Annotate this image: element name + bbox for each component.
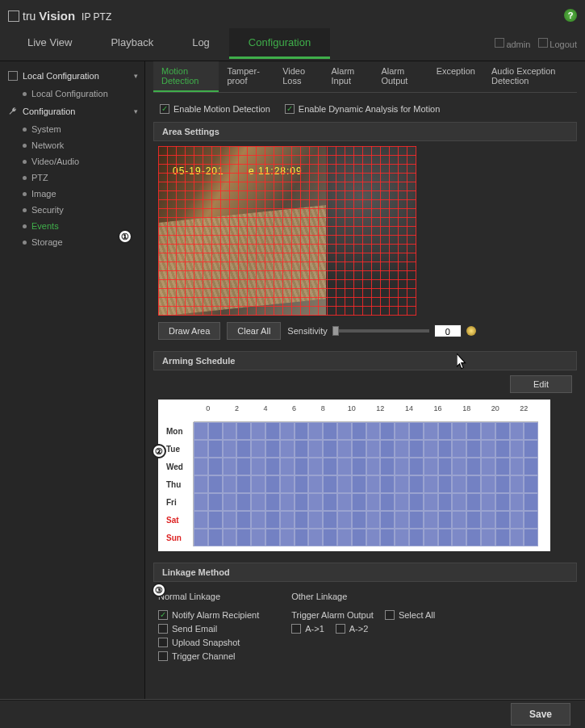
schedule-cell[interactable] xyxy=(481,422,495,440)
schedule-cell[interactable] xyxy=(510,440,524,458)
schedule-cell[interactable] xyxy=(409,422,424,440)
sensitivity-slider[interactable] xyxy=(332,329,429,333)
schedule-cell[interactable] xyxy=(208,475,223,493)
schedule-cell[interactable] xyxy=(337,493,352,511)
schedule-cell[interactable] xyxy=(280,440,295,458)
schedule-cell[interactable] xyxy=(481,475,495,493)
schedule-cell[interactable] xyxy=(337,458,352,475)
schedule-cell[interactable] xyxy=(366,511,381,529)
sidebar-group-configuration[interactable]: Configuration ▾ xyxy=(0,102,144,121)
schedule-cell[interactable] xyxy=(438,422,453,440)
schedule-cell[interactable] xyxy=(524,440,538,458)
schedule-cell[interactable] xyxy=(495,529,510,546)
schedule-cell[interactable] xyxy=(295,422,309,440)
arming-schedule-grid[interactable]: 0246810121416182022MonTueWedThuFriSatSun xyxy=(158,400,550,551)
schedule-cell[interactable] xyxy=(295,529,309,546)
schedule-cell[interactable] xyxy=(438,493,453,511)
schedule-cell[interactable] xyxy=(223,511,237,529)
schedule-cell[interactable] xyxy=(395,458,409,475)
schedule-cell[interactable] xyxy=(223,422,237,440)
tab-playback[interactable]: Playback xyxy=(91,28,173,59)
schedule-cell[interactable] xyxy=(265,511,280,529)
schedule-cell[interactable] xyxy=(352,529,366,546)
schedule-cell[interactable] xyxy=(366,475,381,493)
schedule-cell[interactable] xyxy=(208,529,223,546)
subtab-video-loss[interactable]: Video Loss xyxy=(274,61,323,92)
schedule-cell[interactable] xyxy=(524,493,538,511)
schedule-cell[interactable] xyxy=(295,511,309,529)
schedule-cell[interactable] xyxy=(438,440,453,458)
schedule-cell[interactable] xyxy=(194,529,208,546)
schedule-cell[interactable] xyxy=(323,529,337,546)
schedule-cell[interactable] xyxy=(438,529,453,546)
schedule-cell[interactable] xyxy=(366,493,381,511)
schedule-cell[interactable] xyxy=(236,422,251,440)
schedule-cell[interactable] xyxy=(366,458,381,475)
schedule-cell[interactable] xyxy=(352,440,366,458)
schedule-cell[interactable] xyxy=(352,475,366,493)
schedule-cell[interactable] xyxy=(280,529,295,546)
tab-configuration[interactable]: Configuration xyxy=(229,28,330,59)
schedule-cell[interactable] xyxy=(194,475,208,493)
subtab-audio-exception[interactable]: Audio Exception Detection xyxy=(483,61,577,92)
notify-alarm-recipient-checkbox[interactable]: Notify Alarm Recipient xyxy=(158,610,259,620)
schedule-cell[interactable] xyxy=(424,458,438,475)
schedule-cell[interactable] xyxy=(395,493,409,511)
sidebar-item-image[interactable]: Image xyxy=(0,186,144,202)
schedule-cell[interactable] xyxy=(280,422,295,440)
schedule-cell[interactable] xyxy=(280,458,295,475)
schedule-cell[interactable] xyxy=(337,440,352,458)
schedule-cell[interactable] xyxy=(466,529,481,546)
schedule-cell[interactable] xyxy=(208,458,223,475)
schedule-cell[interactable] xyxy=(510,493,524,511)
schedule-cell[interactable] xyxy=(223,440,237,458)
schedule-cell[interactable] xyxy=(395,440,409,458)
schedule-cell[interactable] xyxy=(223,529,237,546)
schedule-cell[interactable] xyxy=(466,440,481,458)
schedule-cell[interactable] xyxy=(366,440,381,458)
schedule-cell[interactable] xyxy=(251,458,265,475)
schedule-cell[interactable] xyxy=(265,458,280,475)
enable-motion-checkbox[interactable]: Enable Motion Detection xyxy=(160,104,270,114)
schedule-cell[interactable] xyxy=(524,458,538,475)
schedule-cell[interactable] xyxy=(223,458,237,475)
schedule-cell[interactable] xyxy=(424,493,438,511)
schedule-cell[interactable] xyxy=(466,511,481,529)
schedule-cell[interactable] xyxy=(466,493,481,511)
schedule-cell[interactable] xyxy=(194,493,208,511)
schedule-cell[interactable] xyxy=(409,458,424,475)
schedule-cell[interactable] xyxy=(265,440,280,458)
schedule-cell[interactable] xyxy=(395,511,409,529)
trigger-channel-checkbox[interactable]: Trigger Channel xyxy=(158,651,259,661)
schedule-cell[interactable] xyxy=(208,493,223,511)
schedule-cell[interactable] xyxy=(323,493,337,511)
clear-all-button[interactable]: Clear All xyxy=(227,322,281,340)
schedule-cell[interactable] xyxy=(438,475,453,493)
tab-log[interactable]: Log xyxy=(173,28,229,59)
schedule-cell[interactable] xyxy=(409,475,424,493)
schedule-cell[interactable] xyxy=(510,475,524,493)
schedule-cell[interactable] xyxy=(395,529,409,546)
schedule-cell[interactable] xyxy=(380,511,395,529)
sidebar-group-local[interactable]: Local Configuration ▾ xyxy=(0,66,144,86)
schedule-cell[interactable] xyxy=(223,475,237,493)
schedule-cell[interactable] xyxy=(280,475,295,493)
tab-live-view[interactable]: Live View xyxy=(8,28,91,59)
schedule-cell[interactable] xyxy=(251,493,265,511)
schedule-cell[interactable] xyxy=(452,458,466,475)
schedule-cell[interactable] xyxy=(366,422,381,440)
schedule-cell[interactable] xyxy=(380,493,395,511)
subtab-tamper-proof[interactable]: Tamper-proof xyxy=(219,61,274,92)
schedule-cell[interactable] xyxy=(251,422,265,440)
schedule-cell[interactable] xyxy=(308,529,323,546)
sidebar-item-ptz[interactable]: PTZ xyxy=(0,169,144,186)
edit-schedule-button[interactable]: Edit xyxy=(510,375,572,393)
schedule-cell[interactable] xyxy=(438,511,453,529)
schedule-cell[interactable] xyxy=(495,422,510,440)
schedule-cell[interactable] xyxy=(424,475,438,493)
schedule-cell[interactable] xyxy=(208,440,223,458)
enable-dynamic-checkbox[interactable]: Enable Dynamic Analysis for Motion xyxy=(285,104,440,114)
sidebar-item-security[interactable]: Security xyxy=(0,202,144,218)
schedule-cell[interactable] xyxy=(251,511,265,529)
schedule-cell[interactable] xyxy=(323,422,337,440)
